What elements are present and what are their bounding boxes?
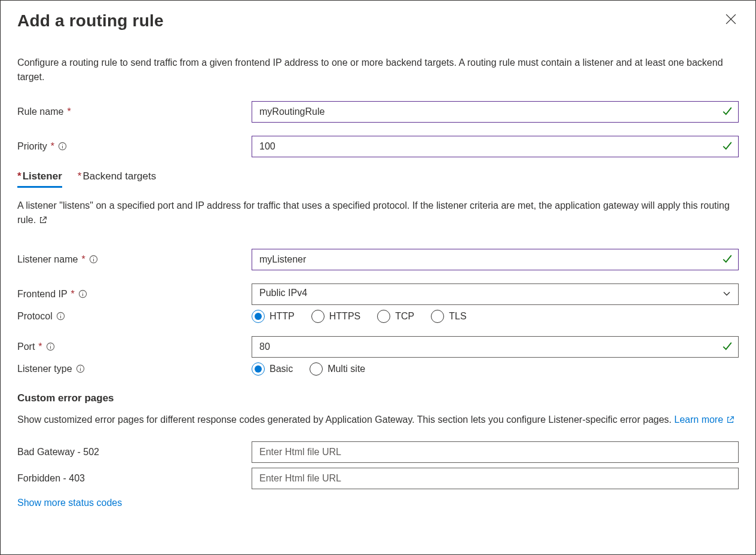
- required-star: *: [17, 170, 22, 182]
- listener-name-input[interactable]: [252, 249, 739, 270]
- frontend-ip-label: Frontend IP *: [17, 289, 252, 300]
- learn-more-link[interactable]: Learn more: [674, 414, 734, 425]
- listener-name-label-text: Listener name: [17, 254, 78, 265]
- protocol-label-text: Protocol: [17, 311, 53, 322]
- svg-point-20: [80, 367, 81, 367]
- tab-listener-label: Listener: [23, 170, 62, 182]
- protocol-tls-label: TLS: [449, 311, 466, 322]
- svg-point-4: [62, 144, 63, 145]
- show-more-status-codes-link[interactable]: Show more status codes: [17, 498, 122, 508]
- listener-name-label: Listener name *: [17, 254, 252, 265]
- protocol-http-radio[interactable]: HTTP: [252, 310, 295, 323]
- info-icon[interactable]: [78, 289, 88, 299]
- svg-point-11: [82, 292, 83, 292]
- svg-line-21: [730, 417, 733, 420]
- required-star: *: [71, 289, 75, 300]
- tab-backend-targets[interactable]: *Backend targets: [78, 170, 156, 188]
- listener-type-label-text: Listener type: [17, 364, 72, 374]
- svg-point-17: [50, 344, 51, 345]
- priority-label: Priority *: [17, 141, 252, 152]
- required-star: *: [81, 254, 85, 265]
- custom-error-header: Custom error pages: [17, 392, 739, 404]
- required-star: *: [51, 141, 54, 152]
- port-label-text: Port: [17, 341, 35, 352]
- learn-more-text: Learn more: [674, 414, 723, 425]
- protocol-http-label: HTTP: [270, 311, 295, 322]
- protocol-tcp-radio[interactable]: TCP: [377, 310, 414, 323]
- panel-description: Configure a routing rule to send traffic…: [17, 56, 739, 84]
- listener-type-basic-label: Basic: [270, 364, 293, 374]
- svg-point-8: [93, 257, 94, 258]
- close-button[interactable]: [723, 11, 739, 29]
- priority-label-text: Priority: [17, 141, 47, 152]
- protocol-https-label: HTTPS: [329, 311, 360, 322]
- rule-name-label: Rule name *: [17, 106, 252, 117]
- listener-type-basic-radio[interactable]: Basic: [252, 362, 293, 376]
- forbidden-label: Forbidden - 403: [17, 473, 252, 484]
- protocol-https-radio[interactable]: HTTPS: [311, 310, 360, 323]
- custom-error-desc: Show customized error pages for differen…: [17, 413, 739, 427]
- protocol-tcp-label: TCP: [395, 311, 414, 322]
- close-icon: [726, 17, 736, 26]
- port-input[interactable]: [252, 336, 739, 358]
- protocol-label: Protocol: [17, 311, 252, 322]
- external-link-icon[interactable]: [39, 216, 47, 224]
- custom-error-desc-text: Show customized error pages for differen…: [17, 414, 674, 425]
- rule-name-label-text: Rule name: [17, 106, 63, 117]
- info-icon[interactable]: [46, 342, 56, 352]
- priority-input[interactable]: [252, 136, 739, 157]
- listener-type-label: Listener type: [17, 364, 252, 374]
- tab-listener[interactable]: *Listener: [17, 170, 62, 188]
- listener-type-multi-radio[interactable]: Multi site: [310, 362, 365, 376]
- bad-gateway-label: Bad Gateway - 502: [17, 447, 252, 458]
- bad-gateway-input[interactable]: [252, 441, 739, 463]
- info-icon[interactable]: [89, 255, 99, 264]
- required-star: *: [38, 341, 42, 352]
- protocol-tls-radio[interactable]: TLS: [431, 310, 466, 323]
- external-link-icon: [726, 416, 734, 424]
- port-label: Port *: [17, 341, 252, 352]
- tabs: *Listener *Backend targets: [17, 170, 739, 188]
- listener-description: A listener "listens" on a specified port…: [17, 199, 739, 227]
- frontend-ip-label-text: Frontend IP: [17, 289, 68, 300]
- svg-point-14: [60, 314, 61, 315]
- info-icon[interactable]: [56, 312, 66, 321]
- required-star: *: [78, 170, 82, 182]
- forbidden-input[interactable]: [252, 468, 739, 489]
- info-icon[interactable]: [58, 142, 68, 151]
- listener-type-radio-group: Basic Multi site: [252, 362, 365, 376]
- frontend-ip-select[interactable]: Public IPv4: [252, 283, 739, 305]
- required-star: *: [67, 106, 71, 117]
- rule-name-input[interactable]: [252, 101, 739, 123]
- listener-type-multi-label: Multi site: [328, 364, 365, 374]
- tab-backend-label: Backend targets: [82, 170, 156, 182]
- listener-description-text: A listener "listens" on a specified port…: [17, 200, 730, 225]
- protocol-radio-group: HTTP HTTPS TCP TLS: [252, 310, 467, 323]
- info-icon[interactable]: [76, 364, 85, 374]
- panel-title: Add a routing rule: [17, 11, 164, 31]
- svg-line-5: [42, 217, 46, 221]
